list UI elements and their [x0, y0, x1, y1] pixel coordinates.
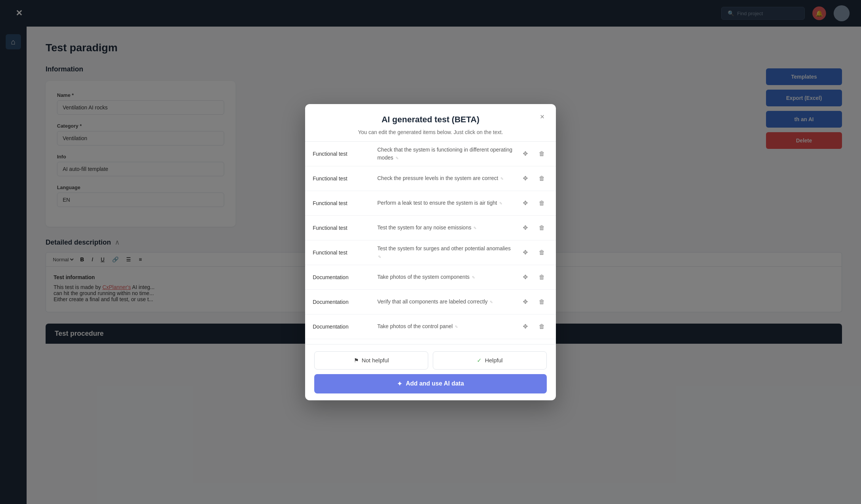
- table-row: Functional test Perform a leak test to e…: [305, 191, 556, 216]
- table-row: Documentation Take photos of the control…: [305, 314, 556, 339]
- modal-overlay: AI generated test (BETA) You can edit th…: [0, 0, 861, 504]
- edit-indicator: ✎: [500, 176, 504, 182]
- row-description[interactable]: Test the system for surges and other pot…: [377, 245, 519, 261]
- edit-indicator: ✎: [499, 201, 503, 206]
- edit-indicator: ✎: [377, 254, 382, 260]
- trash-icon: 🗑: [539, 299, 545, 305]
- row-description[interactable]: Take photos of the system components ✎: [377, 273, 519, 281]
- row-category: Functional test: [313, 250, 377, 256]
- trash-icon: 🗑: [539, 224, 545, 231]
- delete-row-button[interactable]: 🗑: [535, 246, 548, 259]
- move-icon: ✥: [523, 150, 528, 157]
- move-icon: ✥: [523, 249, 528, 256]
- table-row: Functional test Test the system for surg…: [305, 240, 556, 265]
- flag-icon: ⚑: [354, 357, 359, 364]
- move-icon: ✥: [523, 224, 528, 231]
- trash-icon: 🗑: [539, 150, 545, 157]
- feedback-buttons: ⚑ Not helpful ✓ Helpful: [314, 351, 547, 370]
- move-icon: ✥: [523, 298, 528, 305]
- move-icon: ✥: [523, 175, 528, 182]
- edit-indicator: ✎: [473, 225, 477, 231]
- delete-row-button[interactable]: 🗑: [535, 271, 548, 284]
- not-helpful-label: Not helpful: [362, 357, 389, 363]
- move-icon: ✥: [523, 273, 528, 281]
- move-button[interactable]: ✥: [519, 197, 532, 210]
- table-row: Functional test Check the pressure level…: [305, 166, 556, 191]
- row-actions: ✥ 🗑: [519, 246, 548, 259]
- trash-icon: 🗑: [539, 249, 545, 256]
- table-row: Functional test Check that the system is…: [305, 142, 556, 166]
- modal-title: AI generated test (BETA): [317, 115, 544, 125]
- delete-row-button[interactable]: 🗑: [535, 221, 548, 234]
- trash-icon: 🗑: [539, 274, 545, 281]
- helpful-label: Helpful: [485, 357, 503, 363]
- add-ai-button[interactable]: ✦ Add and use AI data: [314, 374, 547, 393]
- row-actions: ✥ 🗑: [519, 221, 548, 234]
- delete-row-button[interactable]: 🗑: [535, 172, 548, 185]
- move-button[interactable]: ✥: [519, 295, 532, 308]
- row-actions: ✥ 🗑: [519, 197, 548, 210]
- move-button[interactable]: ✥: [519, 246, 532, 259]
- edit-indicator: ✎: [395, 155, 399, 161]
- table-row: Functional test Test the system for any …: [305, 216, 556, 240]
- row-actions: ✥ 🗑: [519, 172, 548, 185]
- add-ai-label: Add and use AI data: [406, 380, 464, 387]
- row-actions: ✥ 🗑: [519, 295, 548, 308]
- row-category: Functional test: [313, 175, 377, 182]
- edit-indicator: ✎: [489, 299, 494, 305]
- table-row: Documentation Take photos of the system …: [305, 265, 556, 290]
- move-icon: ✥: [523, 323, 528, 330]
- row-actions: ✥ 🗑: [519, 271, 548, 284]
- row-actions: ✥ 🗑: [519, 147, 548, 160]
- table-row: Documentation Create a system control di…: [305, 339, 556, 344]
- trash-icon: 🗑: [539, 200, 545, 207]
- row-description[interactable]: Test the system for any noise emissions …: [377, 224, 519, 232]
- edit-indicator: ✎: [454, 324, 459, 330]
- move-button[interactable]: ✥: [519, 147, 532, 160]
- row-description[interactable]: Take photos of the control panel ✎: [377, 322, 519, 330]
- move-button[interactable]: ✥: [519, 320, 532, 333]
- row-category: Documentation: [313, 299, 377, 305]
- trash-icon: 🗑: [539, 175, 545, 182]
- move-button[interactable]: ✥: [519, 221, 532, 234]
- move-icon: ✥: [523, 199, 528, 207]
- modal-close-button[interactable]: ×: [536, 111, 548, 123]
- row-category: Functional test: [313, 200, 377, 206]
- check-icon: ✓: [477, 357, 482, 364]
- modal-footer: ⚑ Not helpful ✓ Helpful ✦ Add and use AI…: [305, 344, 556, 400]
- move-button[interactable]: ✥: [519, 271, 532, 284]
- helpful-button[interactable]: ✓ Helpful: [433, 351, 547, 370]
- modal-header: AI generated test (BETA) You can edit th…: [305, 104, 556, 142]
- row-actions: ✥ 🗑: [519, 320, 548, 333]
- edit-indicator: ✎: [471, 275, 476, 280]
- delete-row-button[interactable]: 🗑: [535, 147, 548, 160]
- delete-row-button[interactable]: 🗑: [535, 320, 548, 333]
- row-category: Documentation: [313, 274, 377, 280]
- row-description[interactable]: Check the pressure levels in the system …: [377, 174, 519, 182]
- row-description[interactable]: Perform a leak test to ensure the system…: [377, 199, 519, 207]
- row-description[interactable]: Verify that all components are labeled c…: [377, 298, 519, 306]
- row-category: Functional test: [313, 151, 377, 157]
- trash-icon: 🗑: [539, 323, 545, 330]
- table-row: Documentation Verify that all components…: [305, 290, 556, 314]
- not-helpful-button[interactable]: ⚑ Not helpful: [314, 351, 428, 370]
- delete-row-button[interactable]: 🗑: [535, 295, 548, 308]
- modal-body: Functional test Check that the system is…: [305, 142, 556, 344]
- move-button[interactable]: ✥: [519, 172, 532, 185]
- row-description[interactable]: Check that the system is functioning in …: [377, 146, 519, 162]
- delete-row-button[interactable]: 🗑: [535, 197, 548, 210]
- row-category: Functional test: [313, 225, 377, 231]
- ai-wand-icon: ✦: [397, 380, 402, 387]
- modal-subtitle: You can edit the generated items below. …: [317, 129, 544, 135]
- ai-modal: AI generated test (BETA) You can edit th…: [305, 104, 556, 400]
- row-category: Documentation: [313, 324, 377, 330]
